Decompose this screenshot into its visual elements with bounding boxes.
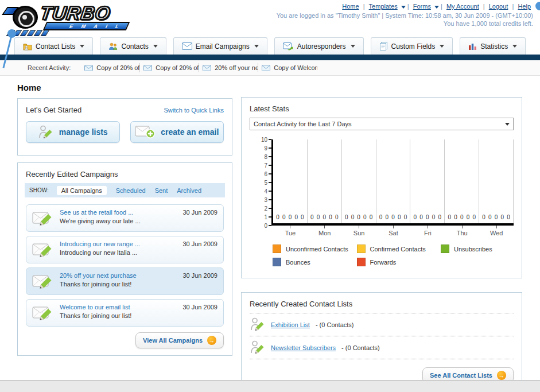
contact-list-name-link[interactable]: Newsletter Subscribers [271, 344, 336, 351]
bar-value-label: 0 [472, 214, 476, 220]
create-an-email-button[interactable]: create an email [130, 121, 224, 143]
x-tick-label: Fri [424, 230, 432, 236]
campaign-title-link[interactable]: 20% off your next purchase [60, 272, 178, 279]
recent-activity-item-label: Copy of 20% off yc [156, 64, 199, 71]
credits-info: You have 1,000 total credits left. [277, 20, 533, 27]
recent-activity-item[interactable]: Copy of 20% off yc [81, 63, 140, 72]
nav-tab-custom-fields[interactable]: Custom Fields [371, 37, 453, 55]
x-tick-label: Tue [285, 230, 296, 236]
nav-tab-contact-lists[interactable]: Contact Lists [14, 37, 93, 55]
link-separator: | [510, 3, 515, 10]
campaigns-tab-archived[interactable]: Archived [177, 187, 201, 194]
x-tick-mark [290, 226, 290, 228]
nav-tab-email-campaigns[interactable]: Email Campaigns [173, 37, 267, 55]
x-tick-mark [324, 226, 325, 228]
logo-email-bar: E M A I L [43, 22, 130, 30]
legend-item-confirmed-contacts: Confirmed Contacts [357, 244, 441, 253]
y-tick-label: 5 [264, 180, 267, 186]
nav-tab-autoresponders[interactable]: Autoresponders [274, 37, 364, 55]
campaigns-panel-title: Recently Edited Campaigns [26, 170, 224, 178]
logo-text: TURBO [38, 2, 112, 24]
bar-value-label: 0 [370, 214, 373, 220]
legend-swatch [441, 244, 449, 253]
chevron-down-icon [434, 6, 439, 9]
campaigns-tab-scheduled[interactable]: Scheduled [116, 187, 146, 194]
get-started-title: Let's Get Started [26, 106, 81, 114]
small-envelope-icon [84, 65, 93, 71]
main-page: TURBO E M A I L Home | Templates | Forms… [0, 0, 540, 381]
bar-value-label: 0 [467, 214, 470, 220]
x-axis-label-fri: Fri [410, 226, 445, 236]
people-icon [108, 42, 118, 51]
button-label: manage lists [59, 127, 108, 137]
header-link-forms[interactable]: Forms [413, 3, 431, 10]
header-link-logout[interactable]: Logout [489, 3, 508, 10]
contact-list-name-link[interactable]: Exhibition List [271, 321, 310, 328]
legend-item-unsubscribes: Unsubscribes [441, 244, 525, 253]
get-started-panel: Let's Get Started Switch to Quick Links … [17, 98, 232, 156]
header-link-help[interactable]: Help [518, 3, 531, 10]
stats-period-select[interactable]: Contact Activity for the Last 7 Days [250, 118, 514, 130]
envelope-pencil-icon [32, 210, 54, 227]
login-info: You are logged in as "Timothy Smith" | S… [277, 12, 533, 19]
contact-list-item[interactable]: Exhibition List- (0 Contacts) [250, 313, 514, 336]
campaign-text: Introducing our new range ...Introducing… [60, 240, 178, 256]
nav-tab-label: Email Campaigns [196, 42, 250, 51]
view-all-campaigns-label: View All Campaigns [143, 337, 203, 344]
campaign-date: 30 Jun 2009 [182, 304, 217, 311]
bar-value-label: 0 [438, 214, 442, 220]
envelope-icon [182, 42, 192, 50]
nav-tab-statistics[interactable]: Statistics [460, 37, 526, 55]
header-link-templates[interactable]: Templates [369, 3, 398, 10]
y-axis-tick: 4 [264, 188, 271, 195]
person-pencil-icon [250, 317, 265, 332]
recent-activity-bar: Recent Activity: Copy of 20% off ycCopy … [0, 60, 540, 76]
switch-quick-links-link[interactable]: Switch to Quick Links [164, 107, 224, 114]
page-title: Home [17, 83, 232, 92]
y-axis-tick: 1 [264, 214, 271, 220]
campaign-item[interactable]: Introducing our new range ...Introducing… [26, 236, 224, 263]
y-tick-label: 1 [264, 214, 267, 220]
chart-value-labels: 00000 [273, 214, 307, 220]
chevron-down-icon [512, 45, 517, 48]
legend-item-forwards: Forwards [357, 258, 441, 266]
small-envelope-icon [203, 65, 211, 71]
contact-list-item[interactable]: Newsletter Subscribers- (0 Contacts) [250, 336, 514, 359]
view-all-campaigns-button[interactable]: View All Campaigns → [135, 332, 224, 348]
manage-lists-button[interactable]: manage lists [26, 121, 120, 143]
campaign-title-link[interactable]: See us at the retail food ... [60, 209, 178, 216]
campaign-title-link[interactable]: Welcome to our email list [60, 304, 178, 311]
bar-value-label: 0 [289, 214, 292, 220]
recent-activity-item-label: Copy of Welcome tc [274, 64, 317, 71]
link-separator: | [481, 3, 487, 10]
campaign-title-link[interactable]: Introducing our new range ... [60, 240, 178, 247]
bar-value-label: 0 [495, 214, 498, 220]
bar-value-label: 0 [432, 214, 436, 220]
recent-activity-item[interactable]: 20% off your next [199, 63, 258, 72]
legend-swatch [273, 258, 281, 266]
bar-value-label: 0 [414, 214, 417, 220]
recent-activity-item[interactable]: Copy of Welcome tc [258, 63, 317, 72]
campaign-item[interactable]: 20% off your next purchaseThanks for joi… [26, 267, 224, 295]
y-axis-tick: 0 [264, 222, 271, 229]
chevron-down-icon [505, 123, 510, 126]
envelope-pencil-icon [32, 242, 54, 259]
see-all-contact-lists-button[interactable]: See All Contact Lists → [422, 367, 514, 381]
x-tick-label: Wed [490, 230, 503, 236]
header-link-home[interactable]: Home [342, 3, 359, 10]
chart-value-labels: 00000 [410, 214, 444, 220]
header-link-my-account[interactable]: My Account [446, 3, 479, 10]
campaign-item[interactable]: Welcome to our email listThanks for join… [26, 299, 224, 327]
campaigns-tab-all-campaigns[interactable]: All Campaigns [57, 186, 107, 195]
recent-activity-item[interactable]: Copy of 20% off yc [140, 63, 199, 72]
campaigns-tab-sent[interactable]: Sent [155, 187, 168, 194]
nav-tab-contacts[interactable]: Contacts [100, 37, 166, 55]
x-tick-mark [393, 226, 394, 228]
x-tick-mark [496, 226, 497, 228]
bar-value-label: 0 [404, 214, 407, 220]
y-axis-tick: 5 [264, 179, 271, 186]
campaign-item[interactable]: See us at the retail food ...We're givin… [26, 204, 224, 232]
stats-period-value: Contact Activity for the Last 7 Days [254, 121, 352, 127]
arrow-right-icon: → [497, 371, 506, 380]
y-tick-label: 7 [264, 162, 267, 169]
